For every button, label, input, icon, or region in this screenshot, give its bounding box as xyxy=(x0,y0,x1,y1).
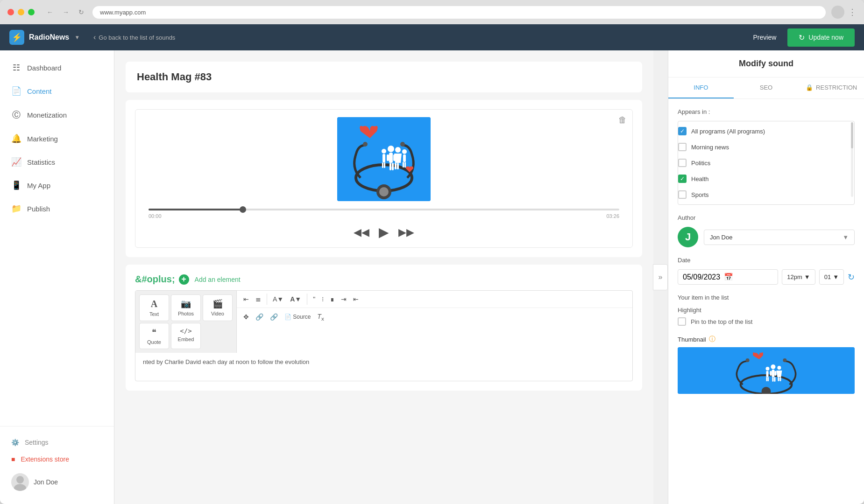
program-all[interactable]: ✓ All programs (All programs) xyxy=(678,123,854,139)
toolbar-divider-1 xyxy=(267,294,267,305)
center-content: Health Mag #83 🗑 xyxy=(114,50,653,504)
font-highlight-btn[interactable]: A▼ xyxy=(287,294,304,305)
preview-button[interactable]: Preview xyxy=(742,30,787,45)
delete-icon[interactable]: 🗑 xyxy=(618,115,627,125)
player-section: 🗑 xyxy=(126,100,642,257)
checkbox-health[interactable]: ✓ xyxy=(678,175,687,183)
user-info[interactable]: Jon Doe xyxy=(0,468,114,497)
svg-point-5 xyxy=(400,142,405,147)
font-color-btn[interactable]: A▼ xyxy=(270,294,286,305)
date-refresh-icon[interactable]: ↻ xyxy=(848,272,855,282)
sidebar-label-monetization: Monetization xyxy=(27,111,67,119)
sidebar-item-myapp[interactable]: 📱 My App xyxy=(0,174,114,197)
calendar-icon[interactable]: 📅 xyxy=(724,273,733,281)
minimize-dot[interactable] xyxy=(18,9,24,15)
tab-seo-label: SEO xyxy=(760,84,772,91)
checkbox-all[interactable]: ✓ xyxy=(678,127,687,135)
sidebar-item-publish[interactable]: 📁 Publish xyxy=(0,197,114,220)
sidebar-item-content[interactable]: 📄 Content xyxy=(0,79,114,103)
element-btn-text[interactable]: A Text xyxy=(139,294,169,321)
add-element-button[interactable]: &#oplus; + Add an element xyxy=(135,274,633,285)
element-btn-embed[interactable]: </> Embed xyxy=(171,323,201,349)
svg-rect-37 xyxy=(778,377,779,381)
svg-point-17 xyxy=(382,149,386,154)
program-politics[interactable]: Politics xyxy=(678,155,854,171)
main-layout: ☷ Dashboard 📄 Content Ⓒ Monetization 🔔 M… xyxy=(0,50,864,504)
align-left-btn[interactable]: ⇤ xyxy=(241,294,252,305)
element-grid: A Text 📷 Photos 🎬 Video xyxy=(135,291,237,353)
info-icon: ⓘ xyxy=(709,335,715,343)
monetization-icon: Ⓒ xyxy=(11,109,21,120)
sidebar-item-statistics[interactable]: 📈 Statistics xyxy=(0,150,114,174)
sidebar-item-dashboard[interactable]: ☷ Dashboard xyxy=(0,56,114,79)
embed-label: Embed xyxy=(178,336,194,342)
author-row: J Jon Doe ▼ xyxy=(678,227,855,247)
clear-format-btn[interactable]: Tx xyxy=(314,311,326,323)
outdent-btn[interactable]: ⇤ xyxy=(350,294,361,305)
player-thumbnail xyxy=(337,117,431,201)
progress-bar[interactable] xyxy=(149,209,619,210)
close-dot[interactable] xyxy=(7,9,14,15)
toolbar-icons-top: ⇤ ≣ A▼ A▼ " ⁝ ∎ ⇥ xyxy=(237,291,632,308)
sidebar-label-settings: Settings xyxy=(25,439,49,446)
author-select[interactable]: Jon Doe ▼ xyxy=(704,230,855,245)
fastforward-button[interactable]: ▶▶ xyxy=(398,226,414,238)
checkbox-morning[interactable] xyxy=(678,143,687,151)
sidebar-item-marketing[interactable]: 🔔 Marketing xyxy=(0,127,114,150)
brand[interactable]: ⚡ RadioNews ▾ xyxy=(9,30,93,45)
time-total: 03:26 xyxy=(606,213,619,219)
program-health[interactable]: ✓ Health xyxy=(678,171,854,187)
editor-content[interactable]: nted by Charlie David each day at noon t… xyxy=(135,353,632,381)
ul-btn[interactable]: ⁝ xyxy=(319,294,326,305)
element-btn-photos[interactable]: 📷 Photos xyxy=(171,294,201,321)
quote-inline-btn[interactable]: " xyxy=(310,294,318,305)
align-center-btn[interactable]: ≣ xyxy=(253,294,264,305)
ol-btn[interactable]: ∎ xyxy=(327,294,337,305)
toolbar-row: A Text 📷 Photos 🎬 Video xyxy=(135,291,632,353)
collapse-panel-button[interactable]: » xyxy=(653,264,668,290)
element-btn-video[interactable]: 🎬 Video xyxy=(203,294,233,321)
progress-area: 00:00 03:26 xyxy=(143,209,625,219)
program-morning[interactable]: Morning news xyxy=(678,139,854,155)
forward-button[interactable]: → xyxy=(60,7,72,18)
marketing-icon: 🔔 xyxy=(11,133,21,144)
source-btn[interactable]: 📄 Source xyxy=(282,312,313,322)
back-link[interactable]: ‹ Go back to the list of sounds xyxy=(93,33,742,42)
reload-button[interactable]: ↻ xyxy=(76,7,87,18)
indent-btn[interactable]: ⇥ xyxy=(338,294,349,305)
link-btn[interactable]: 🔗 xyxy=(253,311,266,322)
tab-restriction[interactable]: 🔒 RESTRICTION xyxy=(799,77,864,98)
maximize-dot[interactable] xyxy=(28,9,35,15)
update-button[interactable]: ↻ Update now xyxy=(787,28,855,47)
sidebar-item-monetization[interactable]: Ⓒ Monetization xyxy=(0,103,114,127)
checkbox-politics[interactable] xyxy=(678,159,687,167)
svg-point-7 xyxy=(379,187,389,196)
tab-info[interactable]: INFO xyxy=(668,77,734,98)
time-select[interactable]: 12pm ▼ xyxy=(782,269,815,285)
play-button[interactable]: ▶ xyxy=(379,224,389,240)
sidebar-item-extensions[interactable]: ■ Extensions store xyxy=(0,451,114,468)
back-button[interactable]: ← xyxy=(44,7,56,18)
tab-restriction-label: RESTRICTION xyxy=(816,84,857,91)
toolbar-icons-bottom: ✥ 🔗 🔗 📄 Source Tx xyxy=(237,308,632,326)
fullscreen-btn[interactable]: ✥ xyxy=(241,311,252,322)
date-input-wrapper[interactable]: 05/09/2023 📅 xyxy=(678,269,778,285)
address-bar[interactable] xyxy=(92,6,826,19)
program-sports[interactable]: Sports xyxy=(678,187,854,203)
minute-select[interactable]: 01 ▼ xyxy=(819,269,844,285)
checkbox-sports[interactable] xyxy=(678,190,687,199)
highlight-label: Highlight xyxy=(678,307,855,314)
pin-checkbox[interactable] xyxy=(678,317,686,326)
tab-seo[interactable]: SEO xyxy=(734,77,799,98)
svg-rect-41 xyxy=(766,377,767,381)
unlink-btn[interactable]: 🔗 xyxy=(267,311,281,322)
element-btn-quote[interactable]: ❝ Quote xyxy=(139,323,169,349)
sidebar-item-settings[interactable]: ⚙️ Settings xyxy=(0,434,114,451)
author-section: Author J Jon Doe ▼ xyxy=(678,214,855,247)
browser-menu-dots[interactable]: ⋮ xyxy=(848,7,857,17)
minute-value: 01 xyxy=(824,273,831,280)
rewind-button[interactable]: ◀◀ xyxy=(354,226,369,238)
date-row: 05/09/2023 📅 12pm ▼ 01 ▼ ↻ xyxy=(678,269,855,285)
profile-circle[interactable] xyxy=(831,6,844,19)
user-name: Jon Doe xyxy=(34,478,58,486)
